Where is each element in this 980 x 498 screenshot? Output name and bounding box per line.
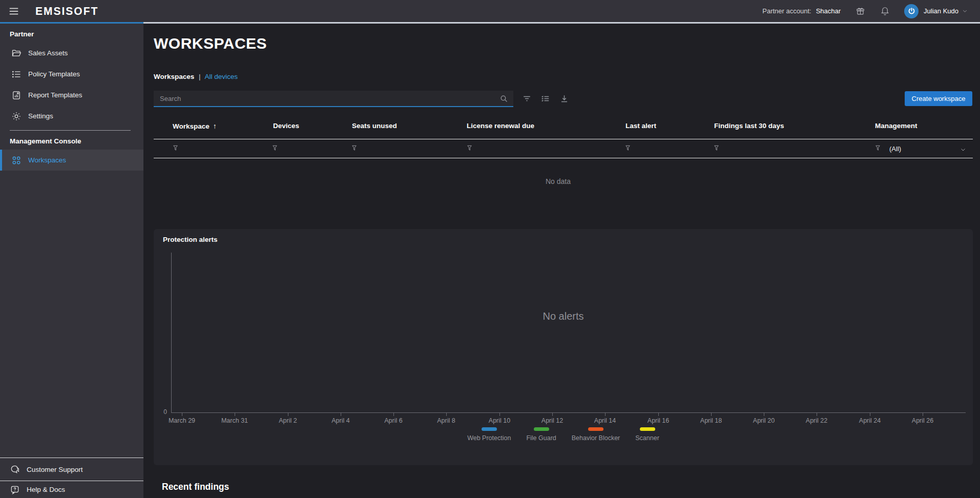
main-content: WORKSPACES Workspaces | All devices Crea… [143,24,980,498]
sidebar-item-customer-support[interactable]: Customer Support [0,458,143,481]
x-axis-label: April 26 [900,417,946,424]
legend-swatch [640,427,655,431]
x-axis-label: April 20 [741,417,787,424]
accent-line-main [143,22,980,24]
sidebar-item-policy-templates[interactable]: Policy Templates [0,64,143,85]
axis-tick [870,412,870,416]
x-axis-label: April 2 [265,417,311,424]
sidebar-item-label: Workspaces [28,156,66,164]
column-header-findings-last-30-days[interactable]: Findings last 30 days [714,122,784,130]
chart-y-axis [171,253,172,412]
partner-account-value: Shachar [816,7,841,15]
filter-funnel-icon-workspace[interactable] [172,144,179,152]
axis-tick [605,412,606,416]
axis-tick [711,412,712,416]
x-axis-label: April 8 [423,417,469,424]
chat-bubble-icon [10,464,20,474]
filter-icon[interactable] [522,94,532,103]
legend-swatch [534,427,549,431]
sidebar-item-settings[interactable]: Settings [0,106,143,127]
sidebar-item-label: Policy Templates [28,70,80,78]
x-axis-label: April 12 [529,417,575,424]
breadcrumb-current: Workspaces [154,73,194,80]
chevron-down-icon[interactable] [962,8,968,14]
legend-label: Web Protection [467,434,511,442]
breadcrumb-link-all-devices[interactable]: All devices [205,73,238,80]
download-icon[interactable] [559,94,569,103]
filter-funnel-icon-last-alert[interactable] [624,144,632,152]
breadcrumb: Workspaces | All devices [154,73,238,80]
gift-icon[interactable] [856,6,865,16]
gear-icon [11,111,22,121]
sidebar-section-management-console: Management Console [0,131,143,150]
chart-x-axis [171,412,966,413]
legend-swatch [482,427,497,431]
column-header-workspace[interactable]: Workspace↑ [173,122,217,130]
filter-funnel-icon-license-renewal[interactable] [466,144,473,152]
legend-swatch [588,427,603,431]
column-header-management[interactable]: Management [875,122,918,130]
breadcrumb-separator: | [199,73,201,80]
x-axis-label: April 24 [847,417,893,424]
column-header-devices[interactable]: Devices [273,122,299,130]
table-empty-message: No data [143,177,973,185]
panel-title: Protection alerts [163,236,218,243]
sort-ascending-icon: ↑ [213,122,217,130]
legend-item-scanner[interactable]: Scanner [635,427,659,442]
search-box [154,91,513,107]
emsisoft-logo[interactable]: EMSISOFT [35,5,98,17]
table-header-divider [154,139,973,139]
dropdown-chevron-icon[interactable] [960,147,966,153]
x-axis-label: April 16 [635,417,681,424]
axis-tick [182,412,182,416]
sidebar-item-help-docs[interactable]: Help & Docs [0,481,143,498]
legend-item-file-guard[interactable]: File Guard [526,427,556,442]
checklist-icon[interactable] [540,94,550,103]
folder-icon [11,48,22,58]
user-menu[interactable]: Julian Kudo [924,7,958,15]
sidebar-item-sales-assets[interactable]: Sales Assets [0,43,143,64]
axis-tick [341,412,341,416]
partner-account-label: Partner account: [762,7,811,15]
axis-tick [817,412,817,416]
x-axis-label: March 29 [159,417,205,424]
legend-item-web-protection[interactable]: Web Protection [467,427,511,442]
filter-funnel-icon-findings[interactable] [713,144,720,152]
x-axis-label: April 22 [794,417,840,424]
footer-item-label: Help & Docs [27,486,65,493]
list-icon [11,69,22,79]
column-header-last-alert[interactable]: Last alert [625,122,656,130]
sidebar-item-report-templates[interactable]: Report Templates [0,85,143,106]
sidebar: Partner Sales Assets Policy Templates Re… [0,24,143,498]
hamburger-menu-icon[interactable] [8,6,19,17]
column-header-seats-unused[interactable]: Seats unused [352,122,397,130]
avatar[interactable] [904,4,919,18]
x-axis-label: April 18 [688,417,734,424]
sidebar-item-label: Report Templates [28,91,82,99]
legend-label: Behavior Blocker [572,434,620,442]
sidebar-item-workspaces[interactable]: Workspaces [0,150,143,171]
axis-tick [764,412,764,416]
filter-funnel-icon-devices[interactable] [271,144,279,152]
legend-label: File Guard [526,434,556,442]
filter-funnel-icon-seats-unused[interactable] [350,144,358,152]
legend-item-behavior-blocker[interactable]: Behavior Blocker [572,427,620,442]
page-title: WORKSPACES [154,35,267,52]
filter-funnel-icon-management[interactable] [874,144,882,152]
workspaces-grid-icon [11,155,22,165]
axis-tick [393,412,394,416]
sidebar-section-partner: Partner [0,24,143,43]
search-icon[interactable] [499,94,508,103]
table-filter-divider [154,158,973,158]
management-filter-dropdown[interactable]: (All) [889,145,901,153]
x-axis-label: April 10 [476,417,523,424]
x-axis-label: April 6 [370,417,416,424]
axis-tick [288,412,288,416]
create-workspace-button[interactable]: Create workspace [905,91,972,106]
legend-label: Scanner [635,434,659,442]
footer-item-label: Customer Support [27,466,83,473]
protection-alerts-panel: Protection alerts 0 March 29 March 31 Ap… [154,229,973,465]
search-input[interactable] [154,91,513,106]
column-header-license-renewal-due[interactable]: License renewal due [467,122,534,130]
notifications-bell-icon[interactable] [880,6,890,16]
